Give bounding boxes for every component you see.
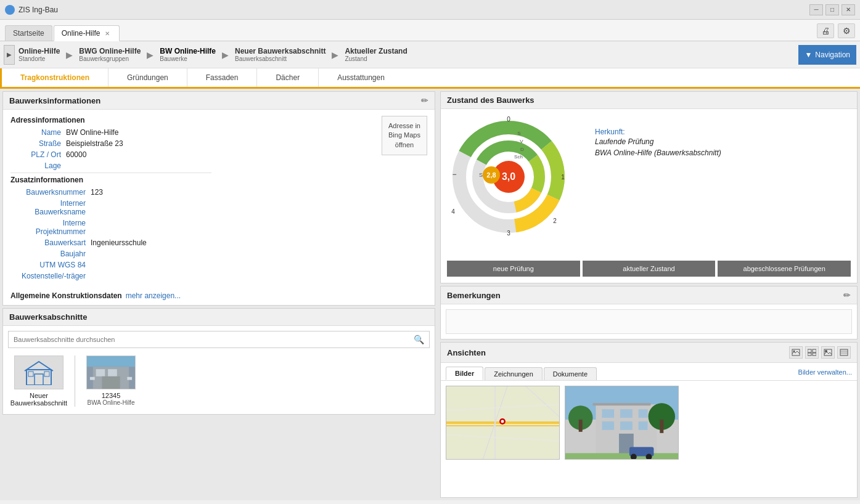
info-grid: Adressinformationen Name BW Online-Hilfe… <box>3 110 435 289</box>
ansichten-icon-4[interactable] <box>837 346 851 359</box>
svg-rect-62 <box>620 409 633 418</box>
nav-item-bwg-label: BWG Online-Hilfe <box>79 47 141 55</box>
bwa-search-container: 🔍 <box>8 331 430 348</box>
abgeschlossene-pruefungen-button[interactable]: abgeschlossene Prüfungen <box>718 261 851 277</box>
bauwerksinformationen-edit-icon[interactable]: ✏ <box>421 96 428 105</box>
info-value-bauwerksart: Ingenieursschule <box>91 238 147 247</box>
info-value-name: BW Online-Hilfe <box>66 128 118 137</box>
bemerkungen-edit-icon[interactable]: ✏ <box>843 290 851 300</box>
nav-right: ▼ Navigation <box>798 45 856 65</box>
allg-konstruktionsdaten-row: Allgemeine Konstruktionsdaten mehr anzei… <box>3 289 435 305</box>
minimize-button[interactable]: ─ <box>809 4 823 15</box>
allg-label: Allgemeine Konstruktionsdaten <box>10 291 122 300</box>
info-row-bauwerksart: Bauwerksart Ingenieursschule <box>10 238 211 247</box>
ansichten-icon-2[interactable] <box>805 346 819 359</box>
settings-button[interactable]: ⚙ <box>838 23 855 38</box>
info-label-strasse: Straße <box>10 139 66 148</box>
cattab-ausstattungen[interactable]: Ausstattungen <box>319 68 403 87</box>
bing-maps-button[interactable]: Adresse in Bing Maps öffnen <box>382 116 427 155</box>
map-svg <box>446 386 559 460</box>
info-row-bauwerksnummer: Bauwerksnummer 123 <box>10 188 211 197</box>
bemerkungen-title: Bemerkungen <box>447 291 501 300</box>
aktueller-zustand-button[interactable]: aktueller Zustand <box>583 261 716 277</box>
image-medium-icon <box>808 349 816 356</box>
nav-item-zustand[interactable]: Aktueller Zustand Zustand <box>341 44 411 65</box>
svg-rect-11 <box>127 377 132 380</box>
main-content: Bauwerksinformationen ✏ Adressinformatio… <box>0 89 860 500</box>
info-label-plz: PLZ / Ort <box>10 150 66 159</box>
svg-rect-39 <box>808 353 811 356</box>
navigation-dropdown-button[interactable]: ▼ Navigation <box>798 45 856 65</box>
bwa-building-photo <box>87 356 135 389</box>
close-button[interactable]: ✕ <box>842 4 855 15</box>
zustand-info: Herkunft: Laufende Prüfung BWA Online-Hi… <box>589 115 851 251</box>
bwa-item-neuer-label: Neuer Bauwerksabschnitt <box>10 392 67 407</box>
bwa-items-divider <box>75 356 75 407</box>
nav-item-bw[interactable]: BW Online-Hilfe Bauwerke <box>156 44 219 65</box>
info-row-interner-bauwerksname: Interner Bauwerksname <box>10 199 211 216</box>
print-button[interactable]: 🖨 <box>817 23 834 38</box>
map-image[interactable] <box>446 386 560 460</box>
nav-item-bwg[interactable]: BWG Online-Hilfe Bauwerksgruppen <box>75 44 144 65</box>
cattab-gruendungen[interactable]: Gründungen <box>109 68 187 87</box>
titlebar: ZIS Ing-Bau ─ □ ✕ <box>0 0 860 20</box>
app-icon <box>5 5 15 15</box>
tab-online-hilfe[interactable]: Online-Hilfe ✕ <box>54 25 120 41</box>
info-label-baujahr: Baujahr <box>10 250 91 258</box>
bauwerksinformationen-header: Bauwerksinformationen ✏ <box>3 92 435 110</box>
bwa-items-list: Neuer Bauwerksabschnitt <box>3 353 435 414</box>
nav-item-bw-sub: Bauwerke <box>160 55 216 62</box>
tab-startseite[interactable]: Startseite <box>5 25 52 41</box>
zustand-card: Zustand des Bauwerks <box>440 91 858 283</box>
svg-rect-40 <box>813 353 816 356</box>
ansichten-tab-dokumente[interactable]: Dokumente <box>544 367 597 380</box>
nav-arrow-1: ▶ <box>63 50 75 60</box>
zustand-buttons: neue Prüfung aktueller Zustand abgeschlo… <box>441 257 857 283</box>
neue-pruefung-button[interactable]: neue Prüfung <box>447 261 580 277</box>
right-panel: Zustand des Bauwerks <box>438 89 860 500</box>
donut-chart-container: 3,0 SK 2,8 0 1 2 3 <box>447 115 583 251</box>
bilder-verwalten-link[interactable]: Bilder verwalten... <box>798 368 852 378</box>
info-row-name: Name BW Online-Hilfe <box>10 128 211 137</box>
bauwerksabschnitte-title: Bauwerksabschnitte <box>9 312 87 322</box>
svg-text:0: 0 <box>507 116 510 123</box>
search-icon: 🔍 <box>409 331 429 348</box>
info-row-interne-projektnummer: Interne Projektnummer <box>10 219 211 236</box>
cattab-daecher[interactable]: Dächer <box>257 68 319 87</box>
nav-item-bwa[interactable]: Neuer Bauwerksabschnitt Bauwerksabschnit… <box>231 44 329 65</box>
svg-text:S: S <box>517 131 520 136</box>
bemerkungen-card: Bemerkungen ✏ <box>440 286 858 339</box>
image-small-icon <box>792 349 800 356</box>
info-row-utm: UTM WGS 84 <box>10 261 211 269</box>
svg-marker-60 <box>593 403 651 405</box>
nav-back-button[interactable]: ▶ <box>4 45 15 65</box>
svg-rect-65 <box>620 421 633 430</box>
svg-rect-68 <box>565 453 678 459</box>
tabbar: Startseite Online-Hilfe ✕ 🖨 ⚙ <box>0 20 860 41</box>
cattab-tragkonstruktionen[interactable]: Tragkonstruktionen <box>0 68 109 87</box>
info-value-plz: 60000 <box>66 150 86 159</box>
bwa-item-neuer[interactable]: Neuer Bauwerksabschnitt <box>8 353 70 409</box>
bwa-item-12345-label: 12345 <box>102 392 121 399</box>
bwa-item-12345[interactable]: 12345 BWA Online-Hilfe <box>80 353 142 409</box>
nav-item-online-hilfe[interactable]: Online-Hilfe Standorte <box>15 44 63 65</box>
svg-point-42 <box>825 350 827 352</box>
ansichten-tab-bilder[interactable]: Bilder <box>446 367 483 380</box>
building-photo[interactable] <box>565 386 679 460</box>
bemerkungen-header: Bemerkungen ✏ <box>441 287 857 304</box>
svg-text:2: 2 <box>553 217 557 224</box>
svg-rect-43 <box>840 349 848 356</box>
bwa-search-input[interactable] <box>9 333 409 346</box>
tab-close-icon[interactable]: ✕ <box>103 29 112 38</box>
ansichten-tab-zeichnungen[interactable]: Zeichnungen <box>485 367 543 380</box>
cattab-fassaden[interactable]: Fassaden <box>187 68 258 87</box>
nav-dropdown-arrow: ▼ <box>805 51 812 59</box>
more-link[interactable]: mehr anzeigen... <box>126 291 181 300</box>
ansichten-icon-1[interactable] <box>789 346 803 359</box>
ansichten-icon-3[interactable] <box>821 346 835 359</box>
svg-point-73 <box>646 453 652 460</box>
ansichten-tabs-row: Bilder Zeichnungen Dokumente Bilder verw… <box>441 363 857 381</box>
nav-dropdown-label: Navigation <box>815 51 850 59</box>
app-title: ZIS Ing-Bau <box>18 6 809 14</box>
maximize-button[interactable]: □ <box>825 4 839 15</box>
